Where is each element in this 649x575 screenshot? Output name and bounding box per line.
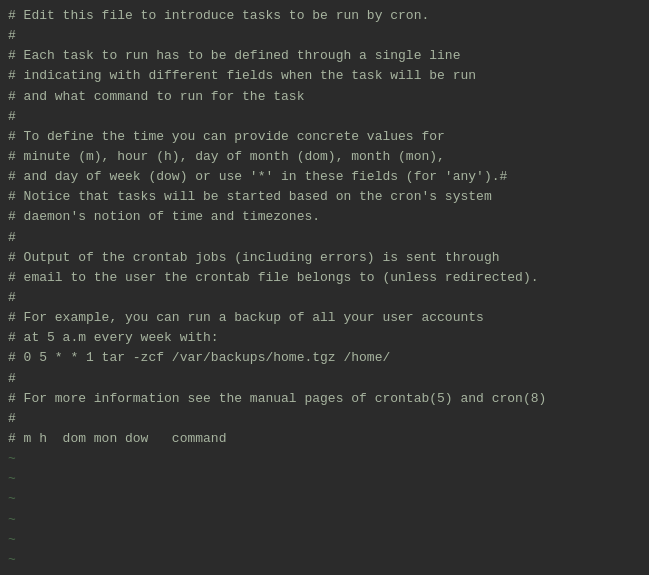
terminal-line: ~ bbox=[8, 570, 641, 575]
terminal-line: # bbox=[8, 26, 641, 46]
terminal-line: # m h dom mon dow command bbox=[8, 429, 641, 449]
terminal-line: # bbox=[8, 288, 641, 308]
terminal-line: ~ bbox=[8, 489, 641, 509]
terminal-line: # For example, you can run a backup of a… bbox=[8, 308, 641, 328]
terminal-line: # daemon's notion of time and timezones. bbox=[8, 207, 641, 227]
terminal-line: # bbox=[8, 228, 641, 248]
terminal-line: # Edit this file to introduce tasks to b… bbox=[8, 6, 641, 26]
terminal-line: # Each task to run has to be defined thr… bbox=[8, 46, 641, 66]
terminal-line: ~ bbox=[8, 530, 641, 550]
terminal-line: # Output of the crontab jobs (including … bbox=[8, 248, 641, 268]
terminal-line: ~ bbox=[8, 550, 641, 570]
terminal-window: # Edit this file to introduce tasks to b… bbox=[0, 0, 649, 575]
terminal-line: # and what command to run for the task bbox=[8, 87, 641, 107]
terminal-line: # bbox=[8, 107, 641, 127]
terminal-line: # indicating with different fields when … bbox=[8, 66, 641, 86]
terminal-line: # For more information see the manual pa… bbox=[8, 389, 641, 409]
terminal-line: ~ bbox=[8, 510, 641, 530]
terminal-line: ~ bbox=[8, 469, 641, 489]
terminal-line: # bbox=[8, 369, 641, 389]
terminal-line: # bbox=[8, 409, 641, 429]
terminal-line: # and day of week (dow) or use '*' in th… bbox=[8, 167, 641, 187]
terminal-line: # email to the user the crontab file bel… bbox=[8, 268, 641, 288]
terminal-line: # at 5 a.m every week with: bbox=[8, 328, 641, 348]
terminal-line: # 0 5 * * 1 tar -zcf /var/backups/home.t… bbox=[8, 348, 641, 368]
terminal-line: # To define the time you can provide con… bbox=[8, 127, 641, 147]
terminal-line: # Notice that tasks will be started base… bbox=[8, 187, 641, 207]
terminal-line: # minute (m), hour (h), day of month (do… bbox=[8, 147, 641, 167]
terminal-line: ~ bbox=[8, 449, 641, 469]
